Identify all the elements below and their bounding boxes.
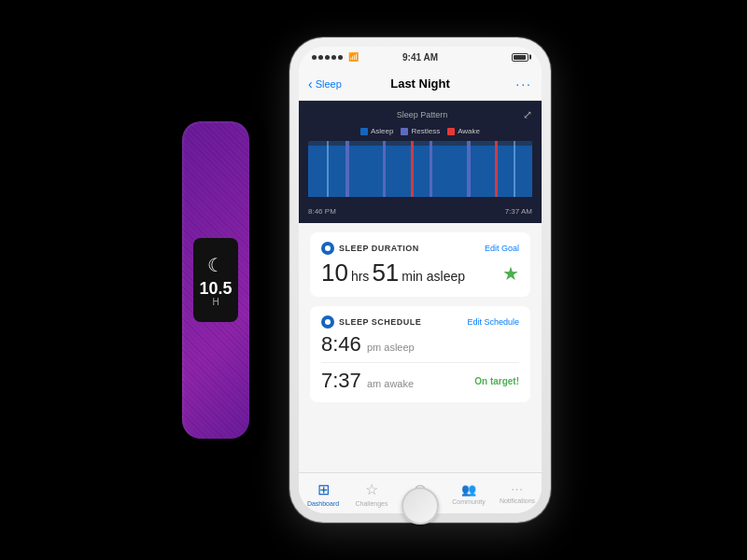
svg-rect-9: [514, 141, 515, 197]
asleep-info: 8:46 pm asleep: [321, 332, 415, 357]
sleep-schedule-label: Sleep Schedule: [321, 315, 421, 329]
svg-rect-8: [327, 141, 329, 197]
legend-awake: Awake: [447, 127, 480, 135]
signal-dot-1: [312, 55, 317, 60]
challenges-icon: ☆: [365, 481, 378, 498]
back-chevron-icon: ‹: [308, 77, 313, 91]
chart-start-time: 8:46 PM: [308, 207, 336, 216]
sleep-duration-header: Sleep Duration Edit Goal: [321, 242, 519, 255]
signal-dot-4: [331, 55, 336, 60]
svg-rect-1: [308, 146, 532, 197]
chart-end-time: 7:37 AM: [505, 207, 532, 216]
sleep-duration-icon: [321, 242, 334, 255]
awake-row: 7:37 am awake On target!: [321, 369, 519, 393]
sleep-schedule-card: Sleep Schedule Edit Schedule 8:46 pm asl…: [310, 306, 530, 402]
legend-label-awake: Awake: [458, 127, 480, 135]
sleep-duration-title: Sleep Duration: [339, 244, 419, 253]
sleep-duration-icon-inner: [325, 245, 331, 251]
more-button[interactable]: ···: [515, 77, 532, 91]
legend-asleep: Asleep: [360, 127, 393, 135]
signal-dot-5: [338, 55, 343, 60]
awake-time: 7:37 am awake: [321, 369, 414, 393]
iphone: 📶 9:41 AM ‹ Sleep Last Night: [289, 37, 551, 523]
band-moon-icon: ☾: [207, 254, 224, 276]
tab-challenges-label: Challenges: [355, 500, 388, 507]
iphone-screen: 📶 9:41 AM ‹ Sleep Last Night: [299, 47, 542, 513]
sleep-chart: 8:46 PM 7:37 AM: [308, 141, 532, 216]
svg-rect-7: [495, 141, 498, 197]
asleep-time-value: 8:46: [321, 332, 361, 356]
asleep-label: pm asleep: [367, 342, 415, 353]
scene: ☾ 10.5 H 📶 9:41 AM: [0, 0, 747, 560]
sleep-schedule-title: Sleep Schedule: [339, 317, 421, 327]
duration-value: 10 hrs 51 min asleep: [321, 259, 465, 287]
battery-fill: [514, 55, 526, 60]
legend-dot-awake: [447, 128, 455, 135]
sleep-duration-card: Sleep Duration Edit Goal 10 hrs 51 min a…: [310, 232, 530, 297]
tab-notifications-label: Notifications: [500, 497, 535, 504]
signal-dot-2: [318, 55, 323, 60]
chart-legend: Asleep Restless Awake: [308, 127, 532, 135]
tab-challenges[interactable]: ☆ Challenges: [347, 481, 396, 507]
legend-restless: Restless: [401, 127, 440, 135]
legend-label-asleep: Asleep: [371, 127, 393, 135]
band-display-unit: H: [212, 297, 218, 307]
asleep-time: 8:46 pm asleep: [321, 332, 415, 357]
asleep-row: 8:46 pm asleep: [321, 332, 519, 357]
awake-label: am awake: [367, 378, 414, 389]
svg-rect-4: [430, 141, 432, 197]
notifications-icon: ···: [511, 483, 523, 496]
battery-indicator: [512, 53, 529, 62]
duration-row: 10 hrs 51 min asleep ★: [321, 259, 519, 287]
band-display-value: 10.5: [199, 280, 232, 297]
expand-icon[interactable]: ⤢: [523, 108, 532, 121]
home-button[interactable]: [402, 487, 439, 525]
duration-minutes-unit: min asleep: [402, 269, 465, 284]
on-target-badge: On target!: [474, 376, 519, 386]
dashboard-icon: ⊞: [317, 481, 330, 498]
signal-dots: 📶: [312, 52, 359, 62]
legend-label-restless: Restless: [411, 127, 440, 135]
awake-info: 7:37 am awake: [321, 369, 414, 393]
duration-hours-unit: hrs: [351, 269, 369, 284]
signal-dot-3: [325, 55, 330, 60]
tab-community-label: Community: [452, 498, 485, 505]
tab-dashboard-label: Dashboard: [307, 500, 339, 507]
band-body: ☾ 10.5 H: [182, 121, 249, 439]
duration-minutes: 51: [372, 259, 399, 287]
battery-icon: [512, 53, 529, 62]
sleep-schedule-header: Sleep Schedule Edit Schedule: [321, 315, 519, 329]
chart-times: 8:46 PM 7:37 AM: [308, 207, 532, 216]
chart-header: Sleep Pattern ⤢: [308, 108, 532, 121]
achievement-star-icon: ★: [502, 262, 519, 285]
svg-rect-2: [345, 141, 349, 197]
sleep-chart-svg: [308, 141, 532, 216]
awake-time-value: 7:37: [321, 369, 361, 392]
sleep-chart-section: Sleep Pattern ⤢ Asleep Restless: [299, 101, 542, 223]
main-content: Sleep Duration Edit Goal 10 hrs 51 min a…: [299, 223, 542, 472]
chart-title: Sleep Pattern: [321, 110, 523, 119]
back-button[interactable]: ‹ Sleep: [308, 77, 342, 91]
tab-notifications[interactable]: ··· Notifications: [493, 483, 542, 504]
band-screen: ☾ 10.5 H: [193, 238, 238, 322]
nav-bar: ‹ Sleep Last Night ···: [299, 67, 542, 101]
status-bar: 📶 9:41 AM: [299, 47, 542, 67]
legend-dot-restless: [401, 128, 408, 135]
iphone-outer: 📶 9:41 AM ‹ Sleep Last Night: [289, 37, 551, 523]
nav-title: Last Night: [390, 77, 450, 91]
edit-goal-button[interactable]: Edit Goal: [485, 244, 519, 253]
sleep-schedule-icon-inner: [325, 319, 331, 325]
back-label: Sleep: [316, 78, 342, 90]
svg-rect-6: [411, 141, 414, 197]
edit-schedule-button[interactable]: Edit Schedule: [467, 317, 519, 327]
tab-dashboard[interactable]: ⊞ Dashboard: [299, 481, 347, 507]
community-icon: 👥: [461, 483, 476, 497]
status-time: 9:41 AM: [402, 52, 438, 63]
sleep-schedule-icon: [321, 315, 334, 329]
duration-hours: 10: [321, 259, 348, 287]
tab-community[interactable]: 👥 Community: [444, 483, 493, 505]
fitbit-band: ☾ 10.5 H: [182, 121, 249, 439]
svg-rect-5: [467, 141, 471, 197]
divider: [321, 362, 519, 363]
sleep-duration-label: Sleep Duration: [321, 242, 419, 255]
